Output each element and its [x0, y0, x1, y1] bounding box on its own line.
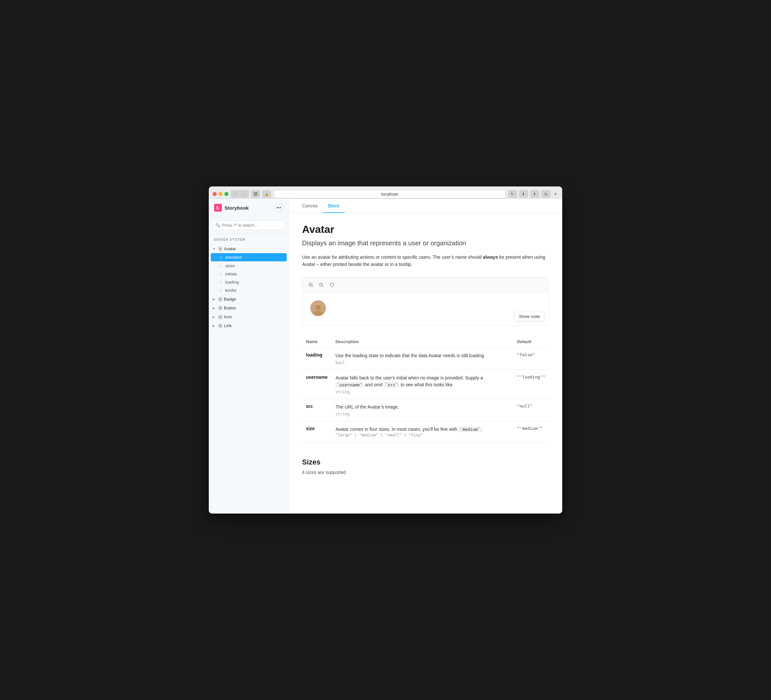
main-tabs: Canvas Docs — [289, 198, 562, 213]
download-button[interactable]: ⬇ — [519, 190, 528, 198]
zoom-out-button[interactable] — [317, 281, 325, 289]
prop-desc-size: Avatar comes in four sizes. In most case… — [332, 421, 513, 442]
refresh-button[interactable]: ↻ — [508, 190, 517, 198]
expand-icon-link: ▶ — [213, 324, 216, 327]
sidebar-toggle-button[interactable] — [251, 190, 260, 198]
prop-default-size: "'medium'" — [513, 421, 549, 442]
props-table-header: Name Description Default — [302, 336, 549, 348]
prop-type-src: string — [335, 412, 509, 416]
expand-icon-icon: ▶ — [213, 315, 216, 318]
story-icon-initials: ◻ — [219, 272, 223, 276]
tab-canvas[interactable]: Canvas — [297, 198, 323, 213]
prop-desc-username: Avatar falls back to the user's initial … — [332, 370, 513, 399]
doc-description-plain: Use an avatar for attributing actions or… — [302, 255, 483, 260]
nav-group-header-icon[interactable]: ▶ ⊞ Icon — [209, 313, 289, 321]
prop-desc-text-src: The URL of the Avatar’s image. — [335, 404, 509, 411]
prop-type-loading: bool — [335, 361, 509, 365]
nav-group-header-badge[interactable]: ▶ ⊞ Badge — [209, 295, 289, 303]
component-icon-avatar: ⊞ — [218, 247, 223, 251]
nav-group-badge: ▶ ⊞ Badge — [209, 295, 289, 303]
nav-group-label-avatar: Avatar — [224, 246, 236, 251]
search-icon: 🔍 — [215, 223, 220, 228]
prop-desc-loading: Use the loading state to indicate that t… — [332, 348, 513, 370]
props-table-header-row: Name Description Default — [302, 336, 549, 348]
storybook-logo-text: Storybook — [224, 205, 249, 211]
nav-group-header-link[interactable]: ▶ ⊞ Link — [209, 322, 289, 330]
search-wrapper: 🔍 — [213, 221, 285, 230]
table-row: loading Use the loading state to indicat… — [302, 348, 549, 370]
prop-name-size: size — [302, 421, 332, 442]
reset-zoom-button[interactable] — [328, 281, 336, 289]
new-tab-button[interactable]: ⧉ — [542, 190, 550, 198]
more-options-button[interactable]: ••• — [274, 203, 283, 212]
col-header-default: Default — [513, 336, 549, 348]
preview-toolbar — [303, 278, 549, 292]
nav-group-label-badge: Badge — [224, 297, 236, 302]
prop-type-username: string — [335, 390, 509, 394]
prop-default-username: "'loading'" — [513, 370, 549, 399]
prop-default-loading: "false" — [513, 348, 549, 370]
story-icon-loading: ◻ — [219, 280, 223, 284]
nav-story-label-sizes: sizes — [225, 263, 235, 268]
nav-tree: ▼ ⊞ Avatar ◻ standard ◻ sizes — [209, 244, 289, 513]
main-panel: Canvas Docs Avatar Displays an image tha… — [289, 198, 562, 513]
svg-point-19 — [315, 303, 321, 306]
component-icon-icon: ⊞ — [218, 315, 223, 319]
nav-group-header-button[interactable]: ▶ ⊞ Button — [209, 304, 289, 312]
component-icon-button: ⊞ — [218, 306, 223, 310]
sidebar: S Storybook ••• 🔍 Design System ▼ — [209, 198, 289, 513]
col-header-name: Name — [302, 336, 332, 348]
prop-default-src: "null" — [513, 399, 549, 421]
share-button[interactable]: ⬆ — [530, 190, 539, 198]
main-content: Avatar Displays an image that represents… — [289, 213, 562, 513]
maximize-button[interactable] — [224, 192, 228, 196]
nav-story-knobs[interactable]: ◻ knobs — [209, 286, 289, 294]
close-button[interactable] — [213, 192, 216, 196]
app-body: S Storybook ••• 🔍 Design System ▼ — [209, 198, 562, 513]
url-text: localhost — [381, 192, 398, 197]
traffic-lights — [213, 192, 228, 196]
preview-container: Show code — [302, 278, 549, 325]
story-icon-sizes: ◻ — [219, 264, 223, 268]
browser-window: ‹ › 🔒 localhost ↻ ⬇ ⬆ ⧉ + — [209, 187, 562, 513]
browser-chrome: ‹ › 🔒 localhost ↻ ⬇ ⬆ ⧉ + — [209, 187, 562, 198]
zoom-in-button[interactable] — [307, 281, 315, 289]
show-code-button[interactable]: Show code — [514, 312, 545, 321]
nav-group-header-avatar[interactable]: ▼ ⊞ Avatar — [209, 245, 289, 253]
nav-story-standard[interactable]: ◻ standard — [211, 253, 287, 261]
forward-button[interactable]: › — [240, 190, 249, 198]
minimize-button[interactable] — [219, 192, 223, 196]
nav-story-loading[interactable]: ◻ loading — [209, 278, 289, 286]
nav-story-label-standard: standard — [225, 255, 242, 260]
back-button[interactable]: ‹ — [231, 190, 239, 198]
svg-line-11 — [322, 286, 323, 287]
tab-docs[interactable]: Docs — [323, 198, 344, 213]
svg-rect-2 — [254, 195, 257, 196]
add-tab-button[interactable]: + — [553, 191, 558, 197]
svg-point-16 — [316, 306, 317, 307]
sizes-subtext: 4 sizes are supported — [302, 470, 549, 475]
col-header-description: Description — [332, 336, 513, 348]
prop-name-username: username — [302, 370, 332, 399]
sidebar-header: S Storybook ••• — [209, 198, 289, 217]
story-icon-standard: ◻ — [219, 255, 223, 259]
nav-story-label-loading: loading — [225, 280, 239, 284]
preview-area: Show code — [303, 292, 549, 325]
prop-name-src: src — [302, 399, 332, 421]
prop-desc-text-loading: Use the loading state to indicate that t… — [335, 352, 509, 359]
storybook-logo: S Storybook — [214, 204, 249, 212]
sizes-heading: Sizes — [302, 458, 549, 466]
nav-section-label: Design System — [209, 234, 289, 244]
nav-group-children-avatar: ◻ standard ◻ sizes ◻ initials ◻ — [209, 253, 289, 294]
svg-point-15 — [315, 305, 321, 310]
address-bar[interactable]: localhost — [273, 190, 506, 198]
prop-desc-text-size: Avatar comes in four sizes. In most case… — [335, 426, 509, 433]
svg-point-18 — [318, 307, 319, 307]
search-input[interactable] — [213, 221, 285, 230]
browser-nav-buttons: ‹ › — [231, 190, 249, 198]
nav-story-initials[interactable]: ◻ initials — [209, 270, 289, 278]
expand-icon-button: ▶ — [213, 307, 216, 310]
lock-icon-button[interactable]: 🔒 — [262, 190, 271, 198]
nav-group-link: ▶ ⊞ Link — [209, 322, 289, 330]
nav-story-sizes[interactable]: ◻ sizes — [209, 261, 289, 270]
